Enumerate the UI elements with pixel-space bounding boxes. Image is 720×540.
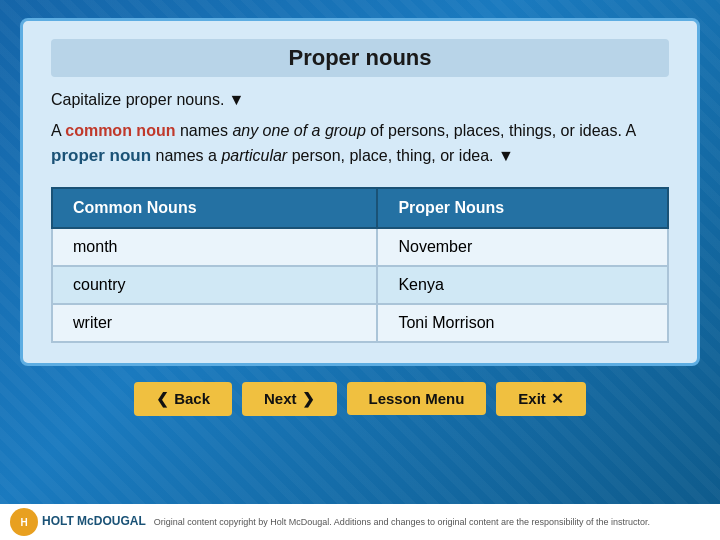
lesson-menu-button[interactable]: Lesson Menu (347, 382, 487, 415)
back-label: Back (174, 390, 210, 407)
desc-after-proper: names a (151, 147, 221, 164)
rule-text: Capitalize proper nouns. (51, 91, 224, 109)
col-header-common: Common Nouns (52, 188, 377, 228)
proper-noun-cell: Kenya (377, 266, 668, 304)
slide-title: Proper nouns (51, 39, 669, 77)
next-label: Next (264, 390, 297, 407)
main-card: Proper nouns Capitalize proper nouns. ▼ … (20, 18, 700, 366)
exit-label: Exit (518, 390, 546, 407)
proper-noun-cell: November (377, 228, 668, 266)
footer-bar: H HOLT McDOUGAL Original content copyrig… (0, 504, 720, 540)
desc-before-common: A (51, 122, 65, 139)
logo-icon: H (10, 508, 38, 536)
desc-rest: person, place, thing, or idea. (287, 147, 493, 164)
proper-noun-cell: Toni Morrison (377, 304, 668, 342)
rule-arrow: ▼ (228, 91, 244, 109)
back-chevron-icon (156, 390, 169, 408)
brand-logo: H HOLT McDOUGAL (10, 508, 146, 536)
back-button[interactable]: Back (134, 382, 232, 416)
table-row: month November (52, 228, 668, 266)
slide-background: Proper nouns Capitalize proper nouns. ▼ … (0, 0, 720, 540)
next-button[interactable]: Next (242, 382, 337, 416)
nouns-table: Common Nouns Proper Nouns month November… (51, 187, 669, 343)
desc-of: of persons, places, things, or ideas. A (366, 122, 636, 139)
next-chevron-icon (302, 390, 315, 408)
col-header-proper: Proper Nouns (377, 188, 668, 228)
table-row: writer Toni Morrison (52, 304, 668, 342)
rule-line: Capitalize proper nouns. ▼ (51, 91, 669, 109)
exit-cross-icon (551, 390, 564, 408)
navigation-bar: Back Next Lesson Menu Exit (134, 382, 586, 416)
proper-noun-highlight: proper noun (51, 146, 151, 165)
exit-button[interactable]: Exit (496, 382, 586, 416)
footer-copyright: Original content copyright by Holt McDou… (154, 517, 710, 527)
common-noun-highlight: common noun (65, 122, 175, 139)
common-noun-cell: month (52, 228, 377, 266)
desc-italic-particular: particular (221, 147, 287, 164)
logo-text: HOLT McDOUGAL (42, 515, 146, 528)
desc-italic-any: any one of a group (232, 122, 365, 139)
desc-after-common: names (175, 122, 232, 139)
common-noun-cell: country (52, 266, 377, 304)
lesson-menu-label: Lesson Menu (369, 390, 465, 407)
common-noun-cell: writer (52, 304, 377, 342)
desc-arrow2: ▼ (498, 147, 514, 164)
description-text: A common noun names any one of a group o… (51, 119, 669, 169)
table-row: country Kenya (52, 266, 668, 304)
